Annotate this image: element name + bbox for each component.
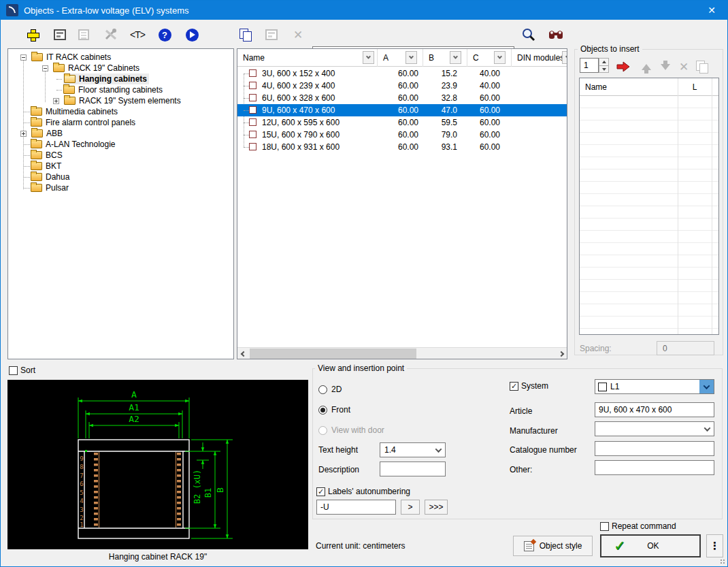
row-checkbox[interactable]	[249, 82, 257, 89]
scroll-right-button[interactable]	[555, 348, 567, 359]
find-button[interactable]	[546, 25, 565, 44]
tree-item-a-lan-technologie[interactable]: A-LAN Technologie	[8, 139, 233, 150]
tree-item-pulsar[interactable]: Pulsar	[8, 182, 233, 193]
svg-text:5: 5	[80, 489, 83, 496]
tree-item-fire-alarm-control-panels[interactable]: Fire alarm control panels	[8, 117, 233, 128]
table-row[interactable]: 15U, 600 x 790 x 600 60.00 79.0 60.00	[237, 129, 567, 141]
list-button[interactable]	[74, 25, 93, 44]
catalogue-number-input[interactable]	[595, 441, 714, 456]
table-row[interactable]: 4U, 600 x 239 x 400 60.00 23.9 40.00	[237, 80, 567, 92]
autonumbering-checkbox[interactable]	[316, 487, 325, 496]
filter-button-din[interactable]	[562, 51, 567, 64]
radio-front[interactable]: Front	[318, 405, 350, 415]
toolbar: <T> ? ✕	[1, 20, 727, 47]
row-checkbox[interactable]	[249, 94, 257, 101]
move-down-button[interactable]	[657, 59, 674, 74]
resize-grip[interactable]	[720, 559, 725, 564]
scrollbar-thumb[interactable]	[250, 349, 416, 359]
column-divider	[712, 78, 712, 334]
copy-button[interactable]	[236, 25, 255, 44]
system-checkbox[interactable]	[510, 382, 518, 391]
folder-icon	[31, 173, 42, 181]
sort-checkbox[interactable]	[9, 366, 18, 375]
expand-icon[interactable]	[53, 98, 59, 104]
chevron-down-icon[interactable]	[700, 422, 714, 436]
tree-stub	[244, 123, 249, 123]
system-row[interactable]: System	[510, 381, 548, 391]
horizontal-scrollbar[interactable]	[237, 347, 567, 359]
tree-item-floor-standing-cabinets[interactable]: Floor standing cabinets	[8, 84, 233, 95]
add-object-button[interactable]	[23, 25, 42, 44]
selected-tree-item: Hanging cabinets	[63, 74, 149, 84]
text-height-combo[interactable]: 1.4	[380, 442, 446, 457]
insert-count-input[interactable]	[580, 58, 599, 73]
help-button[interactable]: ?	[155, 25, 174, 44]
tree-item-multimedia-cabinets[interactable]: Multimedia cabinets	[8, 106, 233, 117]
expand-icon[interactable]	[20, 131, 27, 137]
row-checkbox[interactable]	[249, 69, 257, 77]
tree-item-dahua[interactable]: Dahua	[8, 172, 233, 182]
article-input[interactable]	[595, 402, 714, 417]
tree-item-rack-19-cabinets[interactable]: RACK 19" Cabinets	[8, 63, 233, 74]
table-row-selected[interactable]: 9U, 600 x 470 x 600 60.00 47.0 60.00	[237, 104, 567, 116]
copy-list-item-button[interactable]	[693, 59, 711, 74]
chevron-down-icon[interactable]	[699, 380, 714, 393]
radio-2d[interactable]: 2D	[318, 385, 342, 394]
description-input[interactable]	[380, 461, 446, 476]
tree-item-hanging-cabinets[interactable]: Hanging cabinets	[8, 74, 233, 84]
filter-button-c[interactable]	[494, 51, 506, 64]
expand-all-button[interactable]: >>>	[425, 500, 448, 515]
row-checkbox[interactable]	[249, 143, 257, 150]
object-style-button[interactable]: Object style	[513, 536, 593, 556]
autonumbering-row[interactable]: Labels' autonumbering	[316, 487, 410, 496]
filter-button-name[interactable]	[363, 51, 374, 64]
filter-button-b[interactable]	[450, 51, 461, 64]
count-spinner[interactable]	[599, 58, 609, 73]
add-to-insert-list-button[interactable]	[614, 59, 632, 74]
more-options-button[interactable]: ⋮	[706, 534, 723, 557]
column-header-name[interactable]: Name	[237, 49, 378, 67]
tree-item-bkt[interactable]: BKT	[8, 161, 233, 172]
tree-item-it-rack-cabinets[interactable]: IT RACK cabinets	[8, 52, 233, 63]
tools-button[interactable]	[101, 25, 120, 44]
row-checkbox[interactable]	[249, 118, 257, 126]
repeat-command-checkbox[interactable]	[600, 522, 609, 531]
play-icon	[186, 29, 199, 42]
text-tool-button[interactable]: <T>	[128, 25, 147, 44]
edit-form-button[interactable]	[50, 25, 69, 44]
close-button[interactable]: ✕	[696, 1, 727, 20]
autonumbering-input[interactable]	[316, 500, 396, 515]
table-row[interactable]: 18U, 600 x 931 x 600 60.00 93.1 60.00	[237, 141, 567, 153]
ok-button[interactable]: ✓ OK	[600, 534, 701, 557]
tree-item-rack-19-system-elements[interactable]: RACK 19" System elements	[8, 95, 233, 106]
run-button[interactable]	[182, 25, 201, 44]
scroll-left-button[interactable]	[237, 348, 249, 359]
tree-item-bcs[interactable]: BCS	[8, 150, 233, 161]
other-input[interactable]	[595, 460, 714, 475]
table-row[interactable]: 6U, 600 x 328 x 600 60.00 32.8 60.00	[237, 92, 567, 104]
table-row[interactable]: 3U, 600 x 152 x 400 60.00 15.2 40.00	[237, 67, 567, 80]
column-header-din[interactable]: DIN modules	[512, 49, 567, 67]
chevron-down-icon[interactable]	[431, 443, 445, 457]
manufacturer-combo[interactable]	[595, 421, 714, 436]
spin-up-button[interactable]	[599, 59, 608, 65]
expand-one-button[interactable]: >	[401, 500, 420, 515]
folder-icon	[64, 97, 76, 105]
search-button[interactable]	[519, 25, 538, 44]
tree-item-abb[interactable]: ABB	[8, 128, 233, 139]
collapse-icon[interactable]	[20, 54, 27, 61]
move-up-button[interactable]	[638, 59, 655, 74]
delete-button[interactable]: ✕	[288, 25, 308, 44]
details-button[interactable]	[262, 25, 281, 44]
spin-down-button[interactable]	[599, 65, 608, 72]
row-checkbox[interactable]	[249, 131, 257, 138]
repeat-command-row[interactable]: Repeat command	[600, 521, 676, 531]
insert-list[interactable]: Name L	[579, 78, 719, 335]
remove-from-list-button[interactable]: ✕	[675, 59, 693, 74]
folder-icon	[31, 108, 42, 116]
filter-button-a[interactable]	[406, 51, 417, 64]
row-checkbox[interactable]	[249, 106, 257, 114]
system-combo[interactable]: L1	[595, 379, 714, 394]
collapse-icon[interactable]	[42, 65, 48, 71]
table-row[interactable]: 12U, 600 x 595 x 600 60.00 59.5 60.00	[237, 116, 567, 129]
